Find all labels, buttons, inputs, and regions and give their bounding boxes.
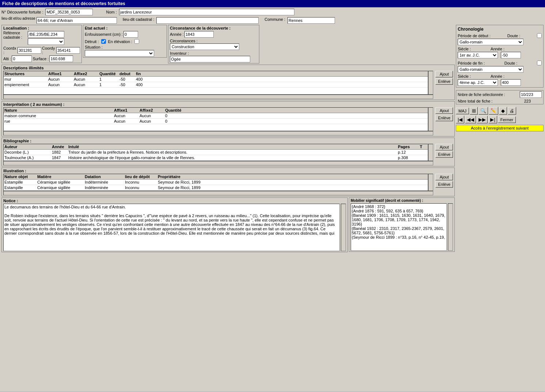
commune-input[interactable] [287, 17, 335, 24]
toolbar-row1: MAJ ⊞ 🔍 ✏️ ◆ 🖨 [456, 107, 544, 115]
illus-table-container: Nature objet Matière Datation lieu de dé… [3, 174, 433, 191]
reference-row: Référence cadastrale : [3, 31, 80, 45]
descriptions-ajout-button[interactable]: Ajout [435, 71, 453, 77]
siecle-debut-select[interactable]: 1er av. J.C. [458, 52, 498, 58]
descriptions-hscroll[interactable] [3, 95, 433, 99]
interpretation-scrollbar[interactable] [428, 107, 433, 131]
inventeur-input[interactable] [170, 56, 250, 62]
illus-row-2[interactable]: Estampille Céramique sigillée Indétermin… [4, 185, 428, 191]
desc-row-2[interactable]: empierrement Aucun Aucun 1 -50 400 [4, 82, 428, 88]
header-fin: fin [136, 72, 152, 76]
doute-debut-checkbox[interactable] [537, 33, 542, 38]
grid-icon-button[interactable]: ⊞ [470, 107, 478, 115]
prev-button[interactable]: ◀◀ [465, 116, 476, 123]
enfouissement-input[interactable] [123, 31, 138, 38]
biblio-row-1[interactable]: Decombe (L.) 1882 Trésor du jardin de la… [4, 150, 428, 155]
etat-actuel-section: Etat actuel : Enfouissement (cm) : Détru… [83, 25, 167, 58]
fermer-button[interactable]: Fermer [498, 116, 516, 123]
illus-row-1[interactable]: Estampille Céramique sigillée Indétermin… [4, 180, 428, 185]
interpretation-section: Interprétation ( 2 au maximum) : Nature … [1, 101, 455, 137]
notice-section: Notice : [1, 197, 348, 252]
detruit-checkbox[interactable] [101, 39, 106, 44]
biblio-row-2[interactable]: Toulmouche (A.) 1847 Histoire archéologi… [4, 155, 428, 161]
biblio-hscroll[interactable] [3, 161, 433, 165]
biblio-ajout-button[interactable]: Ajout [435, 144, 453, 150]
coordx-input[interactable] [18, 47, 41, 54]
coordy-input[interactable] [56, 47, 80, 54]
reference-label: Référence cadastrale : [3, 31, 27, 40]
annee-fin-input[interactable] [501, 79, 521, 86]
lieu-dit-input[interactable] [37, 17, 117, 24]
acces-button[interactable]: Accès à l'enregistrement suivant [456, 125, 544, 131]
num-decouverte-label: N° Découverte fortuite : [1, 10, 43, 14]
illustration-section: Illustration : Nature objet Matière Data… [1, 168, 455, 196]
interpretation-ajout-button[interactable]: Ajout [435, 107, 453, 114]
periode-debut-select[interactable]: Gallo-romain [458, 39, 523, 45]
siecle-debut-row: Siècle : Année : [458, 47, 542, 51]
circonstances-label: Circonstances : [170, 39, 258, 43]
chronologie-label: Chronologie [458, 27, 542, 32]
interp-row-2[interactable]: rue Aucun Aucun 0 [4, 119, 428, 124]
annee-label: Année : [170, 32, 184, 36]
descriptions-table-header: Structures Affixe1 Affixe2 Quantité debu… [4, 71, 428, 77]
next-button[interactable]: ▶▶ [477, 116, 488, 123]
edit-icon-button[interactable]: ✏️ [489, 107, 498, 115]
reference-input[interactable] [28, 31, 64, 38]
illus-hscroll[interactable] [3, 191, 433, 195]
lieu-dit-cadastral-input[interactable] [156, 17, 259, 24]
search-icon-button[interactable]: 🔍 [479, 107, 488, 115]
reference-select[interactable] [28, 38, 64, 45]
interpretation-hscroll[interactable] [3, 131, 433, 135]
illus-enleve-button[interactable]: Enlève [435, 181, 453, 188]
coordy-label: Coordy : [42, 46, 56, 55]
periode-fin-select[interactable]: Gallo-romain [458, 66, 523, 73]
header-structures: Structures [4, 72, 48, 76]
total-fiche-label: Nbre total de fiche : [458, 99, 492, 103]
illus-table: Nature objet Matière Datation lieu de dé… [3, 174, 428, 191]
annee-debut-input[interactable] [501, 52, 521, 58]
nom-input[interactable] [119, 9, 294, 15]
print-icon-button[interactable]: 🖨 [508, 107, 516, 115]
en-elevation-checkbox[interactable] [134, 39, 139, 44]
nbre-fiche-input[interactable] [520, 91, 542, 98]
alti-input[interactable] [12, 55, 32, 62]
mobilier-scrollbar[interactable] [448, 203, 453, 251]
mobilier-textarea[interactable] [351, 203, 447, 251]
doute-debut-label: Doute : [507, 34, 520, 38]
descriptions-enleve-button[interactable]: Enlève [435, 78, 453, 85]
surface-input[interactable] [49, 55, 73, 62]
maj-button[interactable]: MAJ [456, 108, 469, 114]
alti-label: Alti : [3, 57, 11, 61]
interpretation-header: Nature Affixe1 Affixe2 Quantité [4, 108, 428, 113]
illus-ajout-button[interactable]: Ajout [435, 174, 453, 180]
biblio-header-auteur: Auteur [4, 145, 52, 149]
illus-header-nature: Nature objet [4, 174, 37, 179]
descriptions-table-inner: Structures Affixe1 Affixe2 Quantité debu… [3, 71, 428, 95]
annee-row: Année : [170, 31, 258, 38]
biblio-enleve-button[interactable]: Enlève [435, 151, 453, 158]
descriptions-scrollbar[interactable] [428, 71, 433, 95]
illus-scrollbar[interactable] [428, 174, 433, 191]
diamond-icon-button[interactable]: ◆ [499, 107, 507, 115]
situation-label: Situation : [85, 45, 165, 49]
notice-textarea[interactable] [3, 204, 340, 251]
interp-row-1[interactable]: maison commune Aucun Aucun 0 [4, 113, 428, 119]
siecle-fin-select[interactable]: 4ème ap. J.C. [458, 79, 498, 86]
mobilier-label: Mobilier significatif (decrit et comment… [351, 199, 453, 203]
first-button[interactable]: |◀ [456, 116, 464, 123]
interpretation-label: Interprétation ( 2 au maximum) : [3, 102, 453, 107]
annee-input[interactable] [184, 31, 214, 38]
num-decouverte-input[interactable] [45, 9, 93, 15]
commune-label: Commune : [264, 17, 285, 22]
interpretation-enleve-button[interactable]: Enlève [435, 115, 453, 121]
biblio-scrollbar[interactable] [428, 144, 433, 161]
notice-scrollbar[interactable] [341, 204, 346, 251]
desc-row-1[interactable]: mur Aucun Aucun 1 -50 400 [4, 77, 428, 82]
siecle-fin-label: Siècle : [458, 74, 471, 78]
circonstances-select[interactable]: Construction [170, 43, 239, 50]
doute-fin-checkbox[interactable] [537, 61, 542, 65]
situation-select[interactable] [85, 50, 154, 57]
biblio-header-intule: Intulé [68, 145, 398, 149]
last-button[interactable]: ▶| [488, 116, 497, 123]
notice-label: Notice : [3, 199, 346, 203]
